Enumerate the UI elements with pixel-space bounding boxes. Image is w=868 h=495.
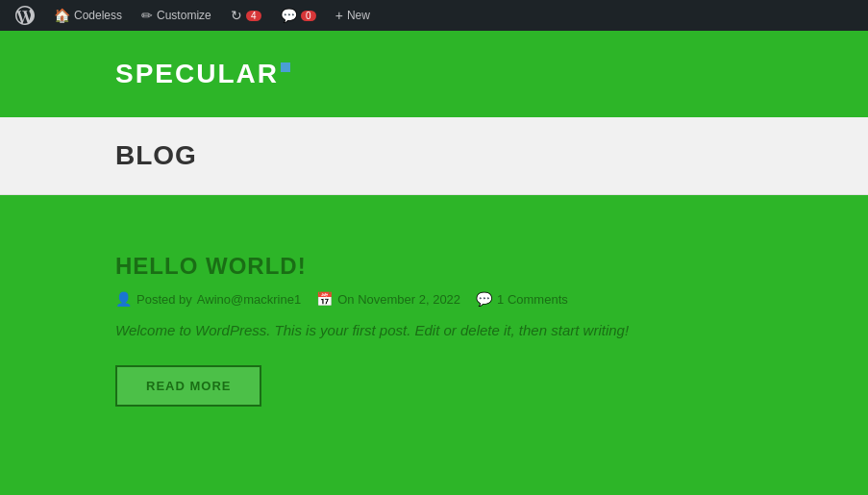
comment-icon: 💬 [476,291,492,307]
wordpress-icon [15,6,35,25]
customize-button[interactable]: ✏ Customize [134,0,219,31]
wp-logo-button[interactable] [8,0,42,31]
comments-badge: 0 [301,11,316,21]
post-date: On November 2, 2022 [337,292,460,307]
author-icon: 👤 [115,291,132,307]
updates-badge: 4 [246,11,261,21]
site-title: SPECULAR [115,59,290,89]
post-title: HELLO WORLD! [115,253,753,280]
post-author-label: Posted by [136,292,192,307]
post-date-meta: 📅 On November 2, 2022 [316,291,460,307]
calendar-icon: 📅 [316,291,333,307]
read-more-button[interactable]: READ MORE [115,365,261,407]
post-comments: 1 Comments [497,292,568,307]
new-label: New [347,9,370,22]
updates-icon: ↻ [231,8,242,23]
comments-icon: 💬 [281,8,297,23]
customize-label: Customize [157,9,211,22]
updates-button[interactable]: ↻ 4 [223,0,269,31]
post-author-meta: 👤 Posted by Awino@mackrine1 [115,291,301,307]
plus-icon: + [335,8,343,23]
codeless-button[interactable]: 🏠 Codeless [46,0,130,31]
post-excerpt: Welcome to WordPress. This is your first… [115,322,692,338]
blog-header: BLOG [0,117,868,195]
codeless-label: Codeless [74,9,122,22]
title-badge [281,62,290,72]
new-content-button[interactable]: + New [328,0,378,31]
post-author: Awino@mackrine1 [197,292,301,307]
site-icon: 🏠 [54,8,70,23]
site-title-text: SPECULAR [115,59,279,89]
site-header: SPECULAR [0,31,868,117]
main-content: HELLO WORLD! 👤 Posted by Awino@mackrine1… [0,195,868,495]
blog-page-title: BLOG [115,140,753,171]
comments-button[interactable]: 💬 0 [273,0,324,31]
customize-icon: ✏ [141,8,153,23]
post-meta: 👤 Posted by Awino@mackrine1 📅 On Novembe… [115,291,753,307]
admin-bar: 🏠 Codeless ✏ Customize ↻ 4 💬 0 + New [0,0,868,31]
post-comments-meta: 💬 1 Comments [476,291,568,307]
blog-post: HELLO WORLD! 👤 Posted by Awino@mackrine1… [115,253,753,407]
